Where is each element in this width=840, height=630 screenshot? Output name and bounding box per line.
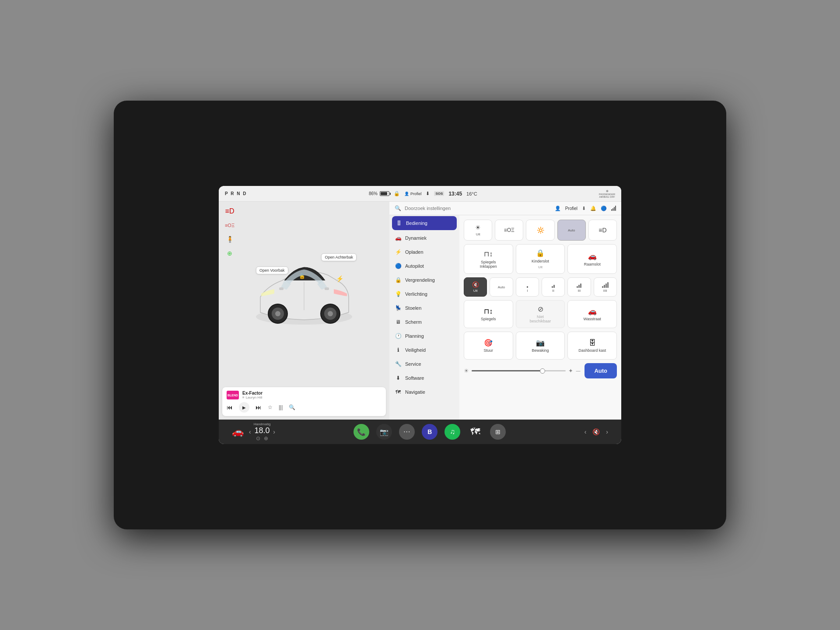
brightness-minus[interactable]: — [576, 368, 580, 373]
phone-button[interactable]: 📞 [354, 424, 369, 440]
light-mode2-button[interactable]: ≡OΞ [495, 220, 523, 241]
profile-status[interactable]: 👤 Profiel [404, 192, 422, 196]
opladen-icon: ⚡ [395, 249, 402, 255]
sidebar-item-opladen[interactable]: ⚡ Opladen [389, 245, 459, 259]
bluetooth-icon[interactable]: 🔵 [601, 206, 607, 211]
content-panel: ☀ Uit ≡OΞ 🔆 Auto [459, 215, 621, 420]
search-input[interactable] [405, 206, 551, 211]
light-mode3-button[interactable]: 🔆 [526, 220, 554, 241]
download-icon-right: ⬇ [582, 206, 586, 211]
spiegels-inklappen-button[interactable]: ⊓↕ SpiegelsInklappen [464, 244, 513, 274]
sidebar-item-service[interactable]: 🔧 Service [389, 357, 459, 371]
search-icon: 🔍 [395, 205, 401, 211]
wiper-level4-button[interactable]: IIII [594, 277, 617, 297]
car-image: Open Voorbak Open Achterbak 🔓 ⚡ [243, 249, 365, 336]
status-center: 86% 🔒 👤 Profiel ⬇ SOS 13:45 16°C [247, 191, 599, 197]
spotify-button[interactable]: ♫ [444, 424, 460, 440]
raamslot-label: Raamslot [584, 262, 601, 266]
autopilot-label: Autopilot [405, 263, 424, 269]
brightness-thumb[interactable] [540, 368, 545, 374]
brightness-row: ☀ ✦ — Auto [464, 363, 617, 378]
media-right-arrow[interactable]: › [606, 428, 608, 435]
search-music-button[interactable]: 🔍 [289, 404, 295, 410]
play-button[interactable]: ▶ [239, 402, 249, 413]
seat-heat-icon: ⊙ [256, 435, 260, 441]
wiper-auto-button[interactable]: Auto [490, 277, 513, 297]
music-info: Ex-Factor ≡ Lauryn Hill [242, 391, 382, 399]
bell-icon[interactable]: 🔔 [590, 206, 596, 211]
music-top: BLEND Ex-Factor ≡ Lauryn Hill [227, 391, 382, 399]
dashboard-kast-button[interactable]: 🗄 Dashboard kast [567, 332, 617, 360]
media-left-arrow[interactable]: ‹ [584, 428, 587, 435]
more-button[interactable]: ··· [399, 424, 415, 440]
browser-button[interactable]: ⊞ [490, 424, 506, 440]
charge-bolt: ⚡ [336, 275, 343, 282]
temp-value[interactable]: 18.0 [254, 426, 270, 435]
vergrendeling-icon: 🔒 [395, 277, 402, 283]
sidebar-item-autopilot[interactable]: 🔵 Autopilot [389, 259, 459, 273]
prev-track-button[interactable]: ⏮ [227, 404, 233, 411]
spiegels-button[interactable]: ⊓↕ Spiegels [464, 300, 513, 328]
brightness-track[interactable] [472, 370, 566, 371]
bewaking-button[interactable]: 📷 Bewaking [516, 332, 565, 360]
sidebar-item-veiligheid[interactable]: ℹ Veiligheid [389, 343, 459, 357]
bewaking-icon: 📷 [536, 339, 545, 347]
sidebar-item-vergrendeling[interactable]: 🔒 Vergrendeling [389, 273, 459, 287]
dashboard-kast-label: Dashboard kast [578, 348, 606, 353]
open-achterbak-label[interactable]: Open Achterbak [321, 253, 357, 261]
sun-dim-icon: ☀ [464, 368, 469, 374]
brightness-slider-container[interactable]: ☀ ✦ — [464, 368, 580, 374]
stoelen-icon: 💺 [395, 305, 402, 311]
lte-signal [611, 206, 616, 211]
sidebar-item-stoelen[interactable]: 💺 Stoelen [389, 301, 459, 315]
vergrendeling-label: Vergrendeling [405, 277, 435, 283]
sidebar-item-bediening[interactable]: 🎛 Bediening [392, 216, 457, 230]
open-voorbak-label[interactable]: Open Voorbak [256, 266, 288, 274]
dashboard-kast-icon: 🗄 [589, 339, 596, 347]
taskbar-car-icon[interactable]: 🚗 [232, 426, 244, 438]
download-icon: ⬇ [426, 191, 430, 196]
stuur-button[interactable]: 🎯 Stuur [464, 332, 513, 360]
favorite-button[interactable]: ☆ [268, 404, 273, 410]
sidebar-item-scherm[interactable]: 🖥 Scherm [389, 315, 459, 329]
auto-main-button[interactable]: Auto [584, 363, 617, 378]
niet-beschikbaar-button[interactable]: ⊘ Nietbeschikbaar [516, 300, 565, 328]
wiper-level1-button[interactable]: I [516, 277, 539, 297]
svg-point-3 [275, 311, 280, 316]
service-icon: 🔧 [395, 361, 402, 367]
kinderslot-button[interactable]: 🔒 Kinderslot Uit [516, 244, 565, 274]
maps-button[interactable]: 🗺 [467, 424, 483, 440]
wasstraat-button[interactable]: 🚗 Wasstraat [567, 300, 617, 328]
volume-mute-icon[interactable]: 🔇 [592, 428, 600, 435]
sidebar-item-dynamiek[interactable]: 🚗 Dynamiek [389, 231, 459, 245]
taskbar-right: ‹ 🔇 › [584, 428, 608, 435]
sidebar-item-verlichting[interactable]: 💡 Verlichting [389, 287, 459, 301]
spiegels-inklappen-icon: ⊓↕ [484, 250, 493, 258]
kinderslot-icon: 🔒 [536, 249, 545, 257]
menu-list: 🎛 Bediening 🚗 Dynamiek ⚡ Opladen 🔵 [389, 215, 459, 420]
sidebar-item-software[interactable]: ⬇ Software [389, 371, 459, 385]
planning-icon: 🕐 [395, 333, 402, 339]
temp-right-arrow[interactable]: › [273, 428, 275, 435]
camera-button[interactable]: 📷 [376, 424, 392, 440]
light-high-button[interactable]: ≡D [588, 220, 617, 241]
raamslot-button[interactable]: 🚗 Raamslot [567, 244, 617, 274]
clock-display: 13:45 [448, 191, 462, 197]
light-auto-button[interactable]: Auto [557, 220, 586, 241]
software-icon: ⬇ [395, 375, 402, 381]
wiper-icon: 🔇 [472, 281, 479, 288]
next-track-button[interactable]: ⏭ [256, 404, 262, 411]
profile-icon-right[interactable]: 👤 [555, 206, 561, 211]
spiegels-icon2: ⊓↕ [484, 307, 493, 315]
bluetooth-button[interactable]: B [422, 424, 438, 440]
wiper-uit-button[interactable]: 🔇 Uit [464, 277, 487, 297]
wiper-level3-button[interactable]: III [567, 277, 591, 297]
taskbar-center: 📞 📷 ··· B ♫ 🗺 ⊞ [354, 424, 506, 440]
sidebar-item-navigatie[interactable]: 🗺 Navigatie [389, 385, 459, 399]
light-uit-button[interactable]: ☀ Uit [464, 220, 492, 241]
sidebar-item-planning[interactable]: 🕐 Planning [389, 329, 459, 343]
temp-left-arrow[interactable]: ‹ [249, 428, 251, 435]
wiper-level2-button[interactable]: II [542, 277, 565, 297]
opladen-label: Opladen [405, 249, 424, 255]
equalizer-icon[interactable]: ||| [279, 404, 283, 410]
